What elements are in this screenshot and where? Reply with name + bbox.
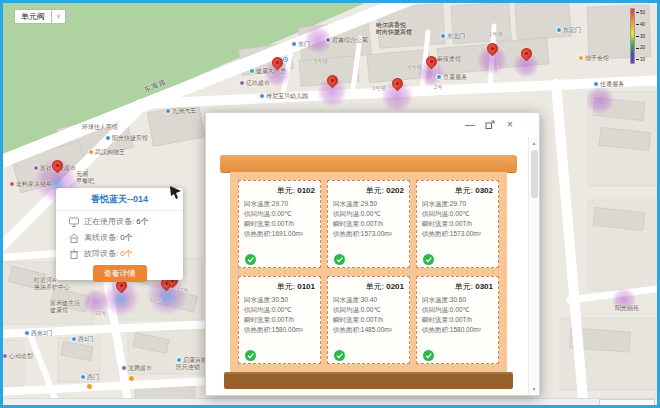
map-label: 老料家杀猪菜 — [9, 181, 52, 188]
unit-field: 供热面积:1573.00m² — [422, 229, 493, 239]
unit-label: 单元: — [277, 186, 297, 195]
map-label-text: 健康大药房 — [256, 68, 286, 74]
unit-card-title: 单元: 0202 — [333, 185, 404, 196]
poi-icon — [24, 330, 30, 336]
divider — [56, 210, 183, 211]
app-window: 东海路九洲汽车东门君鑫综合公寓哈尔滨香悦时尚快捷宾馆东北门麻辣烫馆亘康服务健康大… — [0, 0, 660, 408]
unit-card: 单元: 0102回水温度:29.70供回均温:0.00℃瞬时流量:0.00T/h… — [238, 180, 321, 268]
map-label-text: 哈尔滨香悦时尚快捷宾馆 — [376, 22, 412, 35]
unit-card-title: 单元: 0302 — [422, 185, 493, 196]
scroll-down-icon[interactable]: ▼ — [529, 383, 539, 395]
popup-stat-label: 故障设备: — [84, 248, 118, 259]
legend-tick: 20 — [636, 45, 645, 50]
station-popup: 香悦蓝天--014 正在使用设备: 6个离线设备: 0个故障设备: 0个 查看详… — [56, 188, 183, 280]
unit-field: 供热面积:1573.00m² — [333, 229, 404, 239]
dialog-titlebar: — × — [206, 113, 539, 137]
legend-tick: 50 — [636, 10, 645, 15]
layer-dropdown[interactable]: 单元阀 ˅ — [14, 9, 66, 24]
scroll-up-icon[interactable]: ▲ — [529, 137, 539, 149]
unit-field: 供热面积:1691.00m² — [244, 229, 315, 239]
map-label-text: 东宏门 — [563, 27, 581, 33]
map-label-text: 2号 — [434, 84, 443, 90]
map-label: 君鑫综合公寓 — [325, 37, 368, 44]
map-label-text: 17号 — [177, 287, 189, 293]
map-label: 21号 — [95, 310, 107, 317]
unit-id: 0102 — [297, 186, 315, 195]
poi-icon — [165, 108, 171, 114]
map-label-text: 元湘早餐吧 — [76, 171, 94, 184]
cabinet-top — [220, 155, 517, 172]
dialog-content: 单元: 0102回水温度:29.70供回均温:0.00℃瞬时流量:0.00T/h… — [206, 137, 528, 395]
poi-icon — [86, 383, 93, 390]
poi-icon — [440, 33, 446, 39]
unit-label: 单元: — [366, 282, 386, 291]
unit-field: 瞬时流量:0.00T/h — [422, 219, 493, 229]
popup-stat-value: 0个 — [120, 248, 132, 259]
unit-field: 瞬时流量:0.00T/h — [333, 315, 404, 325]
unit-field: 瞬时流量:0.00T/h — [244, 315, 315, 325]
map-label: 亿玖超市 — [239, 80, 270, 87]
map-label: 饺子会馆 — [578, 55, 609, 62]
map-label: 健康大药房 — [249, 68, 286, 75]
poi-icon — [291, 41, 297, 47]
map-label-text: 东北门 — [447, 33, 465, 39]
unit-field: 回水温度:29.70 — [244, 199, 315, 209]
temperature-legend: 5040302010 — [630, 8, 645, 64]
restore-icon[interactable] — [485, 120, 495, 130]
unit-card: 单元: 0201回水温度:30.40供回均温:0.00℃瞬时流量:0.00T/h… — [327, 276, 410, 364]
map-label-text: 西1门 — [78, 336, 93, 342]
map-label-text: 16号 — [150, 297, 162, 303]
trash-icon — [69, 249, 79, 259]
map-label: 元湘早餐吧 — [76, 171, 94, 185]
poi-icon — [71, 336, 77, 342]
status-ok-icon — [423, 347, 434, 358]
map-label: 哈尔滨香悦时尚快捷宾馆 — [376, 22, 412, 36]
unit-id: 0201 — [386, 282, 404, 291]
legend-tick: 10 — [636, 57, 645, 62]
map-label: 西门 — [80, 374, 99, 381]
map-label: 东门 — [291, 41, 310, 48]
view-details-button[interactable]: 查看详情 — [93, 265, 147, 282]
minimize-icon[interactable]: — — [465, 120, 475, 130]
poi-icon — [105, 135, 111, 141]
map-label: 九洲汽车 — [165, 108, 196, 115]
map-label: 西南2门 — [24, 330, 52, 337]
status-ok-icon — [245, 251, 256, 262]
unit-card: 单元: 0202回水温度:29.50供回均温:0.00℃瞬时流量:0.00T/h… — [327, 180, 410, 268]
map-label: 东北门 — [440, 33, 465, 40]
map-label: 心动造型 — [2, 353, 33, 360]
popup-stat-value: 0个 — [120, 232, 132, 243]
scrollbar[interactable]: ▲ ▼ — [528, 137, 539, 395]
poi-icon — [578, 55, 584, 61]
chevron-down-icon[interactable]: ˅ — [52, 9, 66, 24]
unit-field: 供回均温:0.00℃ — [244, 209, 315, 219]
popup-stat-row: 离线设备: 0个 — [56, 232, 183, 243]
map-label: 5号楼 — [314, 58, 328, 65]
unit-field: 供回均温:0.00℃ — [333, 305, 404, 315]
status-ok-icon — [334, 251, 345, 262]
unit-cards-grid: 单元: 0102回水温度:29.70供回均温:0.00℃瞬时流量:0.00T/h… — [230, 172, 507, 372]
map-label-text: 6号楼 — [408, 64, 422, 70]
heat-glow — [586, 86, 614, 114]
poi-icon — [128, 375, 135, 382]
close-icon[interactable]: × — [505, 120, 515, 130]
poi-icon — [80, 374, 86, 380]
poi-icon — [33, 165, 39, 171]
poi-icon — [239, 80, 245, 86]
map-label-text: 龙腾超市 — [128, 365, 152, 371]
unit-field: 回水温度:30.60 — [422, 295, 493, 305]
poi-icon — [88, 149, 94, 155]
map-label-text: 麻辣烫馆 — [437, 56, 461, 62]
legend-ticks: 5040302010 — [635, 8, 645, 64]
map-label-text: 亘康服务 — [443, 74, 467, 80]
scroll-thumb[interactable] — [531, 150, 538, 198]
map-label-text: 老料家杀猪菜 — [16, 181, 52, 187]
map-label-text: 东门 — [298, 41, 310, 47]
poi-icon — [176, 357, 182, 363]
unit-field: 供热面积:1580.00m² — [244, 325, 315, 335]
cabinet-base — [224, 372, 513, 389]
map-label-text: 饺子会馆 — [585, 55, 609, 61]
unit-card: 单元: 0302回水温度:29.70供回均温:0.00℃瞬时流量:0.00T/h… — [416, 180, 499, 268]
map-label-text: 亿玖超市 — [246, 80, 270, 86]
dropdown-value[interactable]: 单元阀 — [14, 9, 52, 24]
